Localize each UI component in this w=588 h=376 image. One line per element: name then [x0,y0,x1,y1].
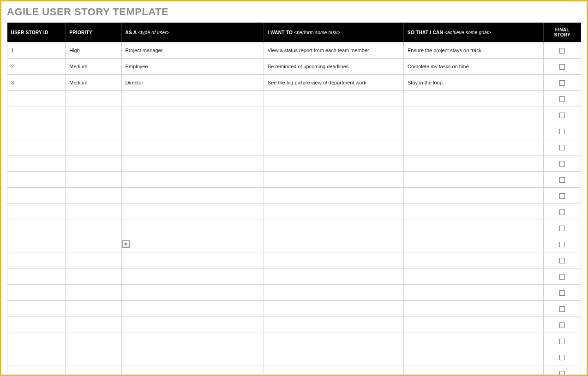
cell-sothat[interactable] [403,204,543,220]
cell-priority[interactable] [66,333,121,349]
cell-sothat[interactable]: Stay in the loop [403,75,543,91]
cell-want[interactable] [264,301,403,317]
cell-id[interactable] [7,155,66,172]
cell-asa[interactable] [121,155,264,172]
final-story-checkbox[interactable] [559,355,565,360]
cell-asa[interactable] [121,220,264,236]
cell-sothat[interactable] [403,107,543,123]
final-story-checkbox[interactable] [559,48,565,54]
cell-want[interactable] [264,204,403,220]
cell-sothat[interactable] [403,139,543,155]
cell-priority[interactable] [66,172,121,188]
final-story-checkbox[interactable] [559,258,565,263]
cell-id[interactable] [7,301,66,317]
cell-priority[interactable] [66,301,121,317]
cell-asa[interactable] [121,365,264,376]
cell-want[interactable] [264,236,403,252]
cell-priority[interactable] [66,155,121,172]
cell-asa[interactable] [121,285,264,301]
final-story-checkbox[interactable] [559,371,565,376]
cell-sothat[interactable] [403,123,543,139]
final-story-checkbox[interactable] [559,193,565,199]
cell-id[interactable]: 3 [7,75,66,91]
final-story-checkbox[interactable] [559,129,565,134]
cell-sothat[interactable]: Complete my tasks on time. [403,59,543,75]
cell-want[interactable] [264,123,403,139]
cell-id[interactable] [7,107,66,123]
cell-sothat[interactable] [403,236,543,252]
cell-priority[interactable] [66,349,121,365]
cell-want[interactable] [264,333,403,349]
dropdown-button[interactable] [122,240,130,248]
final-story-checkbox[interactable] [559,306,565,312]
cell-sothat[interactable] [403,301,543,317]
cell-priority[interactable] [66,139,121,155]
cell-asa[interactable]: Employee [121,59,264,75]
final-story-checkbox[interactable] [559,322,565,328]
cell-id[interactable] [7,349,66,365]
cell-id[interactable] [7,365,66,376]
cell-sothat[interactable] [403,91,543,107]
cell-sothat[interactable] [403,155,543,172]
cell-id[interactable]: 2 [7,59,66,75]
final-story-checkbox[interactable] [559,145,565,150]
final-story-checkbox[interactable] [559,242,565,247]
cell-want[interactable] [264,91,403,107]
cell-want[interactable] [264,285,403,301]
cell-asa[interactable] [121,123,264,139]
cell-sothat[interactable]: Ensure the project stays on track. [403,42,543,59]
cell-want[interactable] [264,365,403,376]
cell-id[interactable] [7,317,66,333]
cell-id[interactable] [7,333,66,349]
cell-priority[interactable] [66,107,121,123]
cell-priority[interactable]: Medium [66,75,121,91]
cell-want[interactable]: See the big picture view of department w… [264,75,403,91]
cell-asa[interactable] [121,252,264,269]
cell-asa[interactable]: Project manager [121,42,264,59]
cell-asa[interactable] [121,236,264,252]
cell-asa[interactable] [121,204,264,220]
cell-asa[interactable] [121,139,264,155]
cell-want[interactable]: Be reminded of upcoming deadlines [264,59,403,75]
cell-priority[interactable] [66,317,121,333]
cell-asa[interactable] [121,349,264,365]
cell-priority[interactable] [66,252,121,269]
cell-id[interactable] [7,252,66,269]
cell-want[interactable] [264,317,403,333]
cell-priority[interactable] [66,236,121,252]
final-story-checkbox[interactable] [559,161,565,167]
cell-want[interactable] [264,155,403,172]
cell-sothat[interactable] [403,252,543,269]
cell-id[interactable] [7,285,66,301]
cell-priority[interactable] [66,188,121,204]
cell-asa[interactable] [121,269,264,285]
cell-priority[interactable] [66,365,121,376]
cell-sothat[interactable] [403,365,543,376]
cell-sothat[interactable] [403,333,543,349]
cell-want[interactable] [264,107,403,123]
cell-want[interactable]: View a status report from each team memb… [264,42,403,59]
final-story-checkbox[interactable] [559,64,565,70]
cell-id[interactable] [7,91,66,107]
cell-sothat[interactable] [403,188,543,204]
cell-sothat[interactable] [403,285,543,301]
cell-want[interactable] [264,188,403,204]
cell-sothat[interactable] [403,317,543,333]
cell-id[interactable] [7,236,66,252]
cell-want[interactable] [264,252,403,269]
cell-want[interactable] [264,349,403,365]
final-story-checkbox[interactable] [559,274,565,280]
cell-asa[interactable] [121,91,264,107]
final-story-checkbox[interactable] [559,177,565,183]
cell-asa[interactable] [121,301,264,317]
final-story-checkbox[interactable] [559,80,565,86]
final-story-checkbox[interactable] [559,113,565,118]
cell-id[interactable]: 1 [7,42,66,59]
final-story-checkbox[interactable] [559,209,565,215]
cell-asa[interactable] [121,188,264,204]
final-story-checkbox[interactable] [559,339,565,344]
cell-sothat[interactable] [403,172,543,188]
cell-priority[interactable] [66,123,121,139]
cell-priority[interactable] [66,220,121,236]
final-story-checkbox[interactable] [559,290,565,296]
